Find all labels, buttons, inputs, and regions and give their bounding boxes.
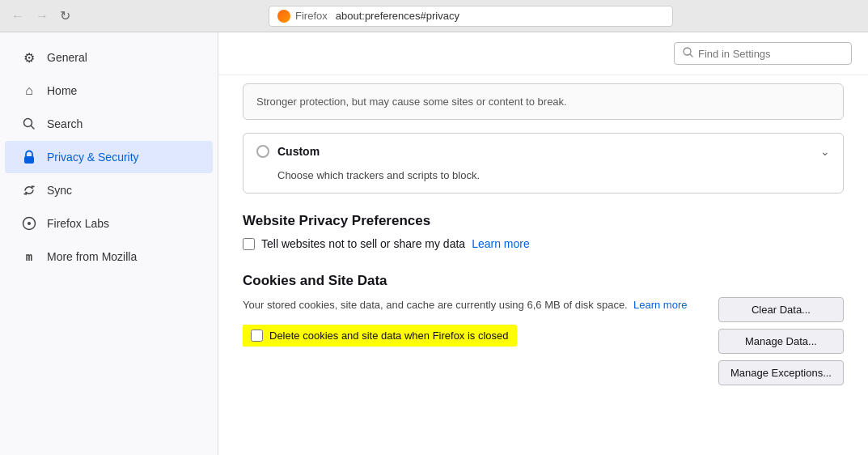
sidebar-item-privacy[interactable]: Privacy & Security	[5, 141, 213, 173]
gear-icon: ⚙	[21, 49, 37, 66]
refresh-button[interactable]: ↻	[57, 6, 74, 25]
sidebar-label-labs: Firefox Labs	[47, 217, 109, 230]
sidebar-label-general: General	[47, 51, 87, 64]
sync-icon	[21, 182, 37, 198]
sidebar-label-sync: Sync	[47, 184, 72, 197]
svg-line-1	[32, 126, 35, 130]
firefox-logo-icon	[277, 10, 290, 23]
delete-cookies-checkbox-row: Delete cookies and site data when Firefo…	[243, 325, 702, 347]
labs-icon	[21, 215, 37, 232]
website-privacy-checkbox-row: Tell websites not to sell or share my da…	[243, 237, 844, 250]
delete-cookies-checkbox[interactable]	[251, 330, 263, 342]
url-text: about:preferences#privacy	[336, 10, 459, 22]
address-bar[interactable]: Firefox about:preferences#privacy	[269, 6, 673, 27]
sidebar-label-more-mozilla: More from Mozilla	[47, 250, 137, 263]
custom-card-header: Custom ⌄	[243, 134, 843, 169]
sidebar-item-search[interactable]: Search	[5, 108, 213, 140]
tracking-partial-card: Stronger protection, but may cause some …	[243, 83, 844, 120]
find-input-container[interactable]	[674, 42, 852, 65]
sidebar-item-sync[interactable]: Sync	[5, 174, 213, 206]
nav-buttons: ← → ↻	[8, 6, 74, 25]
website-privacy-learn-more-link[interactable]: Learn more	[472, 237, 530, 250]
mozilla-icon: m	[21, 249, 37, 265]
sidebar-item-general[interactable]: ⚙ General	[5, 41, 213, 74]
sidebar-label-privacy: Privacy & Security	[47, 151, 139, 164]
svg-rect-2	[24, 156, 34, 164]
custom-description: Choose which trackers and scripts to blo…	[243, 169, 843, 193]
clear-data-button[interactable]: Clear Data...	[718, 297, 844, 322]
custom-card-left: Custom	[256, 145, 320, 158]
browser-name-label: Firefox	[295, 10, 328, 22]
cookies-desc-text: Your stored cookies, site data, and cach…	[243, 299, 628, 311]
find-search-icon	[683, 47, 693, 60]
manage-exceptions-button[interactable]: Manage Exceptions...	[718, 360, 844, 385]
sidebar-label-home: Home	[47, 84, 77, 97]
manage-data-button[interactable]: Manage Data...	[718, 329, 844, 354]
cookies-description: Your stored cookies, site data, and cach…	[243, 297, 702, 313]
browser-chrome: ← → ↻ Firefox about:preferences#privacy	[0, 0, 868, 32]
website-privacy-heading: Website Privacy Preferences	[243, 213, 844, 229]
website-privacy-section: Website Privacy Preferences Tell website…	[243, 213, 844, 250]
cookies-section: Cookies and Site Data Your stored cookie…	[243, 273, 844, 385]
find-settings-input[interactable]	[698, 48, 843, 60]
sidebar-item-more-mozilla[interactable]: m More from Mozilla	[5, 240, 213, 273]
cookies-left-panel: Your stored cookies, site data, and cach…	[243, 297, 702, 347]
back-button[interactable]: ←	[8, 7, 28, 25]
cookies-layout: Your stored cookies, site data, and cach…	[243, 297, 844, 385]
home-icon: ⌂	[21, 83, 37, 99]
delete-cookies-text: Delete cookies and site data when Firefo…	[269, 330, 509, 342]
sidebar-item-home[interactable]: ⌂ Home	[5, 74, 213, 107]
sidebar: ⚙ General ⌂ Home Search Privacy	[0, 32, 218, 455]
do-not-sell-checkbox[interactable]	[243, 238, 255, 250]
chevron-down-icon[interactable]: ⌄	[820, 145, 830, 158]
search-icon	[21, 116, 37, 132]
svg-point-4	[28, 222, 31, 225]
sidebar-label-search: Search	[47, 117, 83, 130]
svg-line-6	[690, 54, 692, 57]
sidebar-item-firefox-labs[interactable]: Firefox Labs	[5, 207, 213, 240]
find-settings-bar	[218, 32, 868, 75]
cookies-buttons-panel: Clear Data... Manage Data... Manage Exce…	[718, 297, 844, 385]
custom-option-card: Custom ⌄ Choose which trackers and scrip…	[243, 133, 844, 193]
cookies-learn-more-link[interactable]: Learn more	[633, 299, 687, 311]
lock-icon	[21, 149, 37, 165]
cookies-heading: Cookies and Site Data	[243, 273, 844, 289]
content-area: Stronger protection, but may cause some …	[218, 32, 868, 455]
main-layout: ⚙ General ⌂ Home Search Privacy	[0, 32, 868, 455]
forward-button[interactable]: →	[32, 7, 52, 25]
custom-radio-button[interactable]	[256, 145, 269, 158]
do-not-sell-label: Tell websites not to sell or share my da…	[261, 237, 465, 250]
delete-cookies-label[interactable]: Delete cookies and site data when Firefo…	[243, 325, 517, 347]
custom-label: Custom	[277, 145, 320, 158]
settings-content: Stronger protection, but may cause some …	[218, 83, 868, 429]
tracking-partial-text: Stronger protection, but may cause some …	[256, 96, 567, 108]
